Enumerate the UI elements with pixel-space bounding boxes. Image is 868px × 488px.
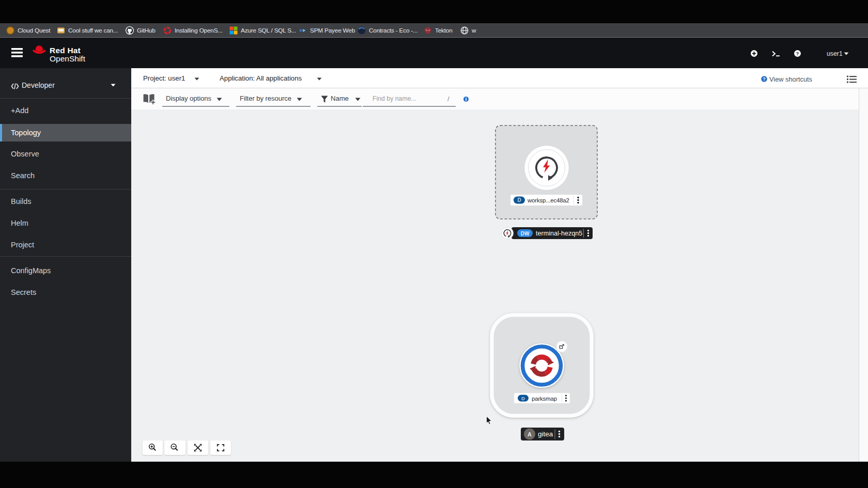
svg-text:parksmap: parksmap bbox=[532, 396, 557, 402]
svg-text:D: D bbox=[521, 396, 525, 401]
svg-text:D: D bbox=[517, 197, 521, 203]
svg-text:gitea: gitea bbox=[538, 430, 553, 438]
svg-text:A: A bbox=[528, 431, 532, 437]
svg-text:worksp...ec48a2: worksp...ec48a2 bbox=[527, 197, 569, 203]
svg-text:?: ? bbox=[763, 76, 765, 82]
svg-text:?: ? bbox=[796, 51, 799, 56]
svg-text:DW: DW bbox=[521, 231, 530, 237]
svg-text:terminal-hezqn5: terminal-hezqn5 bbox=[536, 230, 582, 237]
